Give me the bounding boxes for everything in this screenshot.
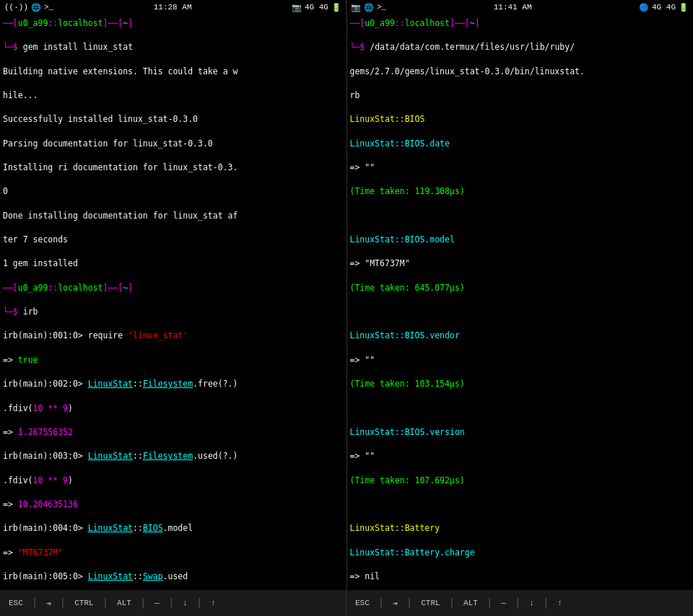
sep2-left: |	[58, 597, 67, 609]
dash-button-left[interactable]: —	[149, 596, 165, 610]
sep1-right: |	[377, 597, 385, 609]
battery2-icon: 🔋	[679, 3, 689, 12]
toolbar-left: ESC | ⇥ | CTRL | ALT | — | ↓ | ↑	[0, 590, 346, 616]
terminals-container: ──[u0_a99::localhost]──[~] └─$ gem insta…	[0, 14, 693, 590]
cam2-icon: 📷	[351, 3, 361, 12]
terminal-icon: >_	[44, 3, 53, 12]
status-time-left: 11:28 AM	[154, 3, 192, 12]
cam3-icon: 🔵	[639, 3, 649, 12]
time-right: 11:41 AM	[494, 3, 532, 12]
battery-icon: 🔋	[331, 3, 341, 12]
down-button-left[interactable]: ↓	[177, 596, 193, 610]
terminal-right[interactable]: ──[u0_a99::localhost]──[~] └─$ /data/dat…	[347, 14, 694, 590]
dash-button-right[interactable]: —	[495, 596, 512, 610]
sep6-right: |	[541, 597, 550, 609]
sep5-left: |	[167, 597, 175, 609]
sep3-right: |	[448, 597, 456, 609]
toolbar-right: ESC | ⇥ | CTRL | ALT | — | ↓ | ↑	[346, 590, 693, 616]
status-bars: ((·)) 🌐 >_ 11:28 AM 📷 4G 4G 🔋 📷 🌐 >_ 11:…	[0, 0, 693, 14]
status-left-icons: ((·)) 🌐 >_	[4, 3, 53, 12]
up-button-left[interactable]: ↑	[205, 596, 222, 610]
terminal2-icon: >_	[377, 3, 386, 12]
wifi3-icon: 🌐	[364, 3, 374, 12]
up-button-right[interactable]: ↑	[552, 596, 568, 610]
sep6-left: |	[195, 597, 204, 609]
down-button-right[interactable]: ↓	[523, 596, 540, 610]
status-time-right: 11:41 AM	[494, 3, 532, 12]
wifi-icon: ((·))	[4, 3, 28, 12]
terminal-left[interactable]: ──[u0_a99::localhost]──[~] └─$ gem insta…	[0, 14, 347, 590]
alt-button-right[interactable]: ALT	[458, 596, 484, 610]
signal2-icon: 4G 4G	[652, 3, 676, 12]
status-bar-left: ((·)) 🌐 >_ 11:28 AM 📷 4G 4G 🔋	[0, 0, 346, 14]
esc-button-left[interactable]: ESC	[3, 596, 29, 610]
sep2-right: |	[405, 597, 414, 609]
signal-icon: 4G 4G	[305, 3, 328, 12]
ctrl-button-right[interactable]: CTRL	[415, 596, 445, 610]
cam-icon: 📷	[292, 3, 302, 12]
status-right-icons-right: 🔵 4G 4G 🔋	[639, 3, 689, 12]
status-right-left-icons: 📷 🌐 >_	[351, 3, 386, 12]
esc-button-right[interactable]: ESC	[349, 596, 375, 610]
tab-button-right[interactable]: ⇥	[387, 596, 404, 611]
alt-button-left[interactable]: ALT	[111, 596, 137, 610]
wifi2-icon: 🌐	[31, 3, 41, 12]
sep1-left: |	[30, 597, 39, 609]
status-bar-right: 📷 🌐 >_ 11:41 AM 🔵 4G 4G 🔋	[346, 0, 693, 14]
sep4-right: |	[485, 597, 494, 609]
toolbars: ESC | ⇥ | CTRL | ALT | — | ↓ | ↑ ESC | ⇥…	[0, 590, 693, 616]
sep5-right: |	[513, 597, 522, 609]
status-right-icons-left: 📷 4G 4G 🔋	[292, 3, 341, 12]
tab-button-left[interactable]: ⇥	[40, 596, 57, 611]
time-left: 11:28 AM	[154, 3, 192, 12]
sep4-left: |	[139, 597, 147, 609]
ctrl-button-left[interactable]: CTRL	[69, 596, 99, 610]
sep3-left: |	[101, 597, 110, 609]
